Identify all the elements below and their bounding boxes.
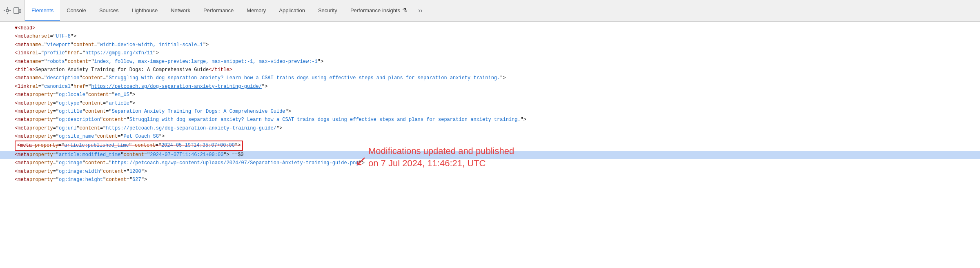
tab-performance[interactable]: Performance [197,0,240,21]
tab-bar-icons [0,0,25,21]
code-line-modified-time[interactable]: … <meta property="article:modified_time"… [0,151,980,159]
code-line-charset[interactable]: <meta charset="UTF-8"> [0,32,980,40]
tab-security[interactable]: Security [312,0,344,21]
code-line-robots[interactable]: <meta name="robots" content="index, foll… [0,58,980,66]
dom-tree: ▼ <head> <meta charset="UTF-8"> <meta na… [0,22,980,186]
tab-bar: Elements Console Sources Lighthouse Netw… [0,0,980,22]
code-line-profile[interactable]: <link rel="profile" href="https://gmpg.o… [0,49,980,57]
code-line-ogurl[interactable]: <meta property="og:url" content="https:/… [0,124,980,132]
svg-rect-5 [14,8,19,13]
code-line-ogimageheight[interactable]: <meta property="og:image:height" content… [0,176,980,184]
code-line-ogimage[interactable]: <meta property="og:image" content="https… [0,159,980,167]
tab-elements[interactable]: Elements [25,0,60,21]
code-line-head[interactable]: ▼ <head> [0,24,980,32]
code-line-ogdescription[interactable]: <meta property="og:description" content=… [0,116,980,124]
code-line-description[interactable]: <meta name="description" content="Strugg… [0,74,980,82]
tab-application[interactable]: Application [272,0,312,21]
code-line-oglocale[interactable]: <meta property="og:locale" content="en_U… [0,91,980,99]
devtools-inspect-icon[interactable] [3,7,11,15]
tab-network[interactable]: Network [164,0,197,21]
devtools-device-icon[interactable] [13,7,21,15]
elements-panel: ▼ <head> <meta charset="UTF-8"> <meta na… [0,22,980,268]
code-line-ogsitename[interactable]: <meta property="og:site_name" content="P… [0,132,980,141]
devtools-container: Elements Console Sources Lighthouse Netw… [0,0,980,268]
more-tabs-button[interactable]: ›› [414,0,427,21]
code-line-ogtitle[interactable]: <meta property="og:title" content="Separ… [0,107,980,116]
code-line-canonical[interactable]: <link rel="canonical" href="https://petc… [0,83,980,91]
svg-rect-6 [19,9,21,13]
code-line-title[interactable]: <title>Separation Anxiety Training for D… [0,66,980,74]
tab-sources[interactable]: Sources [93,0,125,21]
code-line-ogimagewidth[interactable]: <meta property="og:image:width" content=… [0,168,980,176]
tab-lighthouse[interactable]: Lighthouse [125,0,165,21]
code-line-ogtype[interactable]: <meta property="og:type" content="articl… [0,99,980,107]
tab-console[interactable]: Console [60,0,93,21]
svg-point-0 [6,9,9,12]
tab-memory[interactable]: Memory [240,0,272,21]
code-line-viewport[interactable]: <meta name="viewport" content="width=dev… [0,41,980,49]
flask-icon: ⚗ [402,7,408,13]
tab-performance-insights[interactable]: Performance insights ⚗ [344,0,414,21]
